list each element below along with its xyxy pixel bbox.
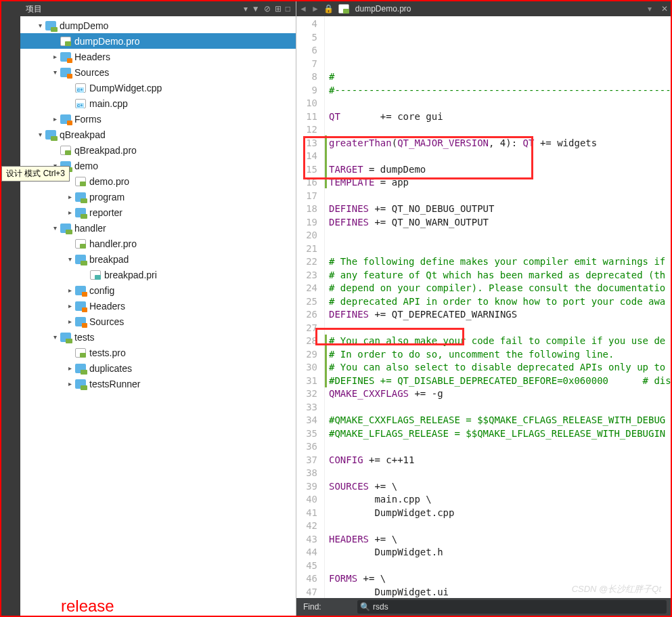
tree-label: handler xyxy=(74,223,106,234)
tree-item-reporter[interactable]: ▸reporter xyxy=(20,205,296,220)
tree-label: main.cpp xyxy=(89,98,128,109)
fold-marker xyxy=(325,335,327,387)
tree-item-headers[interactable]: ▸Headers xyxy=(20,49,296,64)
fh-icon xyxy=(74,301,87,312)
tree-label: qBreakpad.pro xyxy=(74,145,137,156)
tree-label: qBreakpad xyxy=(60,129,106,140)
tree-label: Headers xyxy=(89,301,125,312)
expand-arrow-icon[interactable]: ▸ xyxy=(65,318,74,325)
pro-icon xyxy=(74,347,87,358)
tree-item-config[interactable]: ▸config xyxy=(20,282,296,298)
expand-arrow-icon[interactable]: ▸ xyxy=(50,115,60,123)
fh-icon xyxy=(74,316,87,327)
tree-label: handler.pro xyxy=(89,238,137,249)
tree-item-qbreakpad-pro[interactable]: qBreakpad.pro xyxy=(20,142,296,158)
expand-arrow-icon[interactable]: ▸ xyxy=(65,302,74,310)
expand-arrow-icon[interactable]: ▾ xyxy=(35,22,45,29)
watermark: CSDN @长沙红胖子Qt xyxy=(572,583,661,595)
expand-arrow-icon[interactable]: ▾ xyxy=(50,224,60,232)
tree-item-tests-pro[interactable]: tests.pro xyxy=(20,345,296,360)
fh-icon xyxy=(60,51,72,62)
tree-item-tests[interactable]: ▾tests xyxy=(20,329,296,345)
tree-item-sources[interactable]: ▾Sources xyxy=(20,64,296,80)
tree-item-dumpdemo-pro[interactable]: dumpDemo.pro xyxy=(20,33,296,49)
proj-icon xyxy=(45,20,57,31)
expand-arrow-icon[interactable]: ▸ xyxy=(50,53,60,60)
nav-fwd-icon[interactable]: ► xyxy=(311,4,319,14)
fh-icon xyxy=(74,285,87,296)
tree-item-dumpwidget-cpp[interactable]: DumpWidget.cpp xyxy=(20,80,296,95)
tree-label: tests xyxy=(74,332,95,343)
proj-icon xyxy=(74,207,87,218)
tree-item-handler[interactable]: ▾handler xyxy=(20,220,296,236)
tree-item-testsrunner[interactable]: ▸testsRunner xyxy=(20,376,296,391)
mode-rail[interactable] xyxy=(1,1,20,616)
tree-label: testsRunner xyxy=(89,379,140,389)
tree-label: tests.pro xyxy=(89,347,126,358)
tree-item-duplicates[interactable]: ▸duplicates xyxy=(20,360,296,376)
tree-label: config xyxy=(89,285,114,296)
search-input-wrap[interactable]: 🔍 xyxy=(357,600,667,614)
proj-icon xyxy=(74,363,87,374)
link-icon[interactable]: ⊘ xyxy=(264,4,271,14)
rail-item[interactable] xyxy=(1,4,20,38)
expand-arrow-icon[interactable]: ▸ xyxy=(65,380,74,387)
expand-arrow-icon[interactable]: ▾ xyxy=(50,333,60,341)
tree-item-headers[interactable]: ▸Headers xyxy=(20,298,296,314)
expand-arrow-icon[interactable]: ▾ xyxy=(35,131,45,138)
split-icon[interactable]: □ xyxy=(286,4,290,14)
pri-icon xyxy=(89,270,102,280)
tree-item-breakpad-pri[interactable]: breakpad.pri xyxy=(20,267,296,282)
expand-arrow-icon[interactable]: ▸ xyxy=(65,209,74,216)
line-gutter: 4567891011121314151617181920212223242526… xyxy=(296,16,325,598)
proj-icon xyxy=(74,192,87,203)
tree-item-qbreakpad[interactable]: ▾qBreakpad xyxy=(20,127,296,142)
tree-item-forms[interactable]: ▸Forms xyxy=(20,111,296,127)
tree-item-dumpdemo[interactable]: ▾dumpDemo xyxy=(20,18,296,33)
tree-label: DumpWidget.cpp xyxy=(89,83,162,93)
tree-label: demo xyxy=(74,161,98,171)
tree-item-sources[interactable]: ▸Sources xyxy=(20,314,296,329)
filter-icon[interactable]: ▼ xyxy=(252,4,260,14)
release-annotation: release xyxy=(20,582,296,616)
cpp-icon xyxy=(74,98,87,109)
expand-arrow-icon[interactable]: ▾ xyxy=(50,68,60,76)
search-input[interactable] xyxy=(373,602,664,612)
proj-icon xyxy=(74,379,87,389)
project-panel: 项目 ▾ ▼ ⊘ ⊞ □ ▾dumpDemodumpDemo.pro▸Heade… xyxy=(20,1,296,616)
tab-dropdown-icon[interactable]: ▾ xyxy=(648,4,652,14)
expand-arrow-icon[interactable]: ▸ xyxy=(65,364,74,372)
layout-icon[interactable]: ⊞ xyxy=(275,4,282,14)
pro-icon xyxy=(60,145,72,156)
dropdown-icon[interactable]: ▾ xyxy=(244,4,248,14)
code-content[interactable]: ##--------------------------------------… xyxy=(325,16,671,598)
tree-item-main-cpp[interactable]: main.cpp xyxy=(20,95,296,111)
fold-marker xyxy=(325,135,327,188)
fh-icon xyxy=(60,114,72,125)
expand-arrow-icon[interactable]: ▸ xyxy=(65,193,74,200)
nav-back-icon[interactable]: ◄ xyxy=(299,4,307,14)
proj-icon xyxy=(60,332,72,343)
pro-icon xyxy=(60,36,72,47)
lock-icon[interactable]: 🔒 xyxy=(323,4,334,14)
editor-tabbar: ◄ ► 🔒 dumpDemo.pro ▾ ✕ xyxy=(296,1,671,16)
file-tab[interactable]: dumpDemo.pro xyxy=(338,3,411,14)
tree-label: demo.pro xyxy=(89,176,129,187)
project-tree[interactable]: ▾dumpDemodumpDemo.pro▸Headers▾SourcesDum… xyxy=(20,16,296,582)
code-editor[interactable]: 4567891011121314151617181920212223242526… xyxy=(296,16,671,598)
close-icon[interactable]: ✕ xyxy=(661,4,668,14)
expand-arrow-icon[interactable]: ▾ xyxy=(65,255,74,263)
expand-arrow-icon[interactable]: ▸ xyxy=(65,286,74,294)
proj-icon xyxy=(74,254,87,265)
find-bar: Find: 🔍 xyxy=(296,598,671,616)
proj-icon xyxy=(60,223,72,234)
pro-icon xyxy=(74,176,87,187)
tree-label: Headers xyxy=(74,51,110,62)
tree-item-breakpad[interactable]: ▾breakpad xyxy=(20,251,296,267)
tree-label: Forms xyxy=(74,114,102,125)
tree-label: breakpad xyxy=(89,254,129,265)
tree-item-handler-pro[interactable]: handler.pro xyxy=(20,236,296,251)
find-label: Find: xyxy=(296,602,357,612)
cpp-icon xyxy=(74,83,87,93)
tree-item-program[interactable]: ▸program xyxy=(20,189,296,205)
